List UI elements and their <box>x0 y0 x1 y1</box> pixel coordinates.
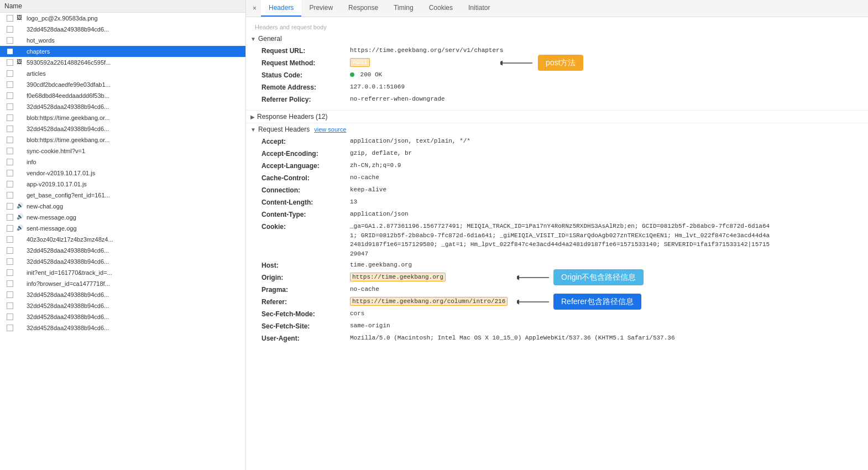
file-checkbox[interactable] <box>7 59 13 66</box>
file-item[interactable]: info?browser_id=ca1477718f... <box>0 278 245 289</box>
tab-initiator[interactable]: Initiator <box>461 0 498 17</box>
post-method-highlight: POST <box>350 58 370 67</box>
file-checkbox[interactable] <box>7 314 13 320</box>
file-checkbox[interactable] <box>7 236 13 243</box>
file-checkbox[interactable] <box>7 81 13 88</box>
request-header-key: Pragma: <box>262 285 350 295</box>
file-checkbox[interactable] <box>7 170 13 176</box>
file-checkbox[interactable] <box>7 192 13 199</box>
file-checkbox[interactable] <box>7 302 13 309</box>
file-type-icon <box>17 25 24 33</box>
file-item[interactable]: 32dd4528daa249388b94cd6... <box>0 245 245 256</box>
file-type-icon <box>17 247 24 254</box>
file-checkbox[interactable] <box>7 92 13 99</box>
tab-response[interactable]: Response <box>341 0 386 17</box>
file-item[interactable]: 32dd4528daa249388b94cd6... <box>0 311 245 322</box>
file-item[interactable]: 🔊new-message.ogg <box>0 212 245 223</box>
request-header-key: Connection: <box>262 185 350 195</box>
request-url-key: Request URL: <box>262 46 350 56</box>
file-type-icon <box>17 191 24 199</box>
tab-preview[interactable]: Preview <box>301 0 341 17</box>
file-checkbox[interactable] <box>7 137 13 143</box>
file-type-icon <box>17 269 24 276</box>
file-type-icon <box>17 92 24 100</box>
file-type-icon: 🖼 <box>17 59 24 66</box>
file-item[interactable]: f0e68dbd84eeddaaddd6f53b... <box>0 90 245 101</box>
file-item[interactable]: get_base_config?ent_id=161... <box>0 190 245 201</box>
file-item[interactable]: 32dd4528daa249388b94cd6... <box>0 24 245 35</box>
request-header-value: https://time.geekbang.org <box>350 273 446 282</box>
file-name-label: blob:https://time.geekbang.or... <box>27 137 109 143</box>
file-item[interactable]: hot_words <box>0 35 245 46</box>
file-item[interactable]: 390cdf2bdcaedfe99e03dfab1... <box>0 79 245 90</box>
file-checkbox[interactable] <box>7 26 13 33</box>
file-item[interactable]: 🔊new-chat.ogg <box>0 201 245 212</box>
file-checkbox[interactable] <box>7 70 13 77</box>
file-name-label: info <box>27 159 36 165</box>
file-checkbox[interactable] <box>7 203 13 210</box>
file-list-header: Name <box>0 0 245 13</box>
request-header-value: no-cache <box>350 173 379 182</box>
file-item[interactable]: blob:https://time.geekbang.or... <box>0 134 245 145</box>
file-item[interactable]: 🖼5930592a22614882646c595f... <box>0 57 245 68</box>
file-checkbox[interactable] <box>7 15 13 22</box>
file-checkbox[interactable] <box>7 258 13 265</box>
file-checkbox[interactable] <box>7 148 13 154</box>
file-item[interactable]: sync-cookie.html?v=1 <box>0 145 245 156</box>
file-item[interactable]: blob:https://time.geekbang.or... <box>0 112 245 123</box>
request-header-key: Content-Type: <box>262 210 350 220</box>
request-header-row: Content-Type:application/json <box>246 208 868 221</box>
file-type-icon <box>17 313 24 321</box>
file-checkbox[interactable] <box>7 48 13 55</box>
tab-cookies[interactable]: Cookies <box>421 0 461 17</box>
tab-close-button[interactable]: × <box>248 1 261 15</box>
file-item[interactable]: 🖼logo_pc@2x.90583da.png <box>0 13 245 24</box>
request-header-value: time.geekbang.org <box>350 260 412 270</box>
general-section-header[interactable]: ▼ General <box>246 33 868 45</box>
file-item[interactable]: 32dd4528daa249388b94cd6... <box>0 123 245 134</box>
file-item[interactable]: init?ent_id=161770&track_id=... <box>0 267 245 278</box>
response-headers-section[interactable]: ▶ Response Headers (12) <box>246 110 868 123</box>
request-headers-title: Request Headers <box>258 126 310 133</box>
request-headers-triangle: ▼ <box>250 127 256 133</box>
tab-timing[interactable]: Timing <box>386 0 421 17</box>
file-item[interactable]: app-v2019.10.17.01.js <box>0 179 245 190</box>
file-item[interactable]: 40z3oz40z4lz17z4bz3mz48z4... <box>0 234 245 245</box>
file-name-label: 40z3oz40z4lz17z4bz3mz48z4... <box>27 236 113 243</box>
tab-headers[interactable]: Headers <box>261 0 301 17</box>
file-item[interactable]: articles <box>0 68 245 79</box>
file-checkbox[interactable] <box>7 325 13 331</box>
file-item[interactable]: 32dd4528daa249388b94cd6... <box>0 256 245 267</box>
file-checkbox[interactable] <box>7 37 13 44</box>
file-checkbox[interactable] <box>7 181 13 187</box>
file-checkbox[interactable] <box>7 159 13 165</box>
content-area: Headers and request body ▼ General Reque… <box>246 17 868 470</box>
file-name-label: sync-cookie.html?v=1 <box>27 148 85 154</box>
file-checkbox[interactable] <box>7 225 13 232</box>
file-item[interactable]: 32dd4528daa249388b94cd6... <box>0 322 245 333</box>
file-item[interactable]: 32dd4528daa249388b94cd6... <box>0 101 245 112</box>
post-annotation-box: post方法 <box>538 55 583 71</box>
file-item[interactable]: vendor-v2019.10.17.01.js <box>0 168 245 179</box>
file-type-icon: 🖼 <box>17 14 24 22</box>
file-item[interactable]: 32dd4528daa249388b94cd6... <box>0 289 245 300</box>
file-checkbox[interactable] <box>7 291 13 298</box>
file-item[interactable]: 🔊sent-message.ogg <box>0 223 245 234</box>
file-checkbox[interactable] <box>7 214 13 221</box>
file-checkbox[interactable] <box>7 269 13 276</box>
file-item[interactable]: chapters <box>0 46 245 57</box>
file-checkbox[interactable] <box>7 280 13 287</box>
file-checkbox[interactable] <box>7 103 13 110</box>
request-header-row: Accept-Language:zh-CN,zh;q=0.9 <box>246 160 868 172</box>
file-checkbox[interactable] <box>7 247 13 254</box>
file-type-icon <box>17 291 24 299</box>
view-source-link[interactable]: view source <box>314 126 346 133</box>
request-header-row: Origin不包含路径信息 Origin:https://time.geekba… <box>246 271 868 284</box>
referrer-policy-value: no-referrer-when-downgrade <box>350 95 445 104</box>
file-item[interactable]: info <box>0 156 245 168</box>
file-item[interactable]: 32dd4528daa249388b94cd6... <box>0 300 245 311</box>
file-checkbox[interactable] <box>7 126 13 132</box>
file-type-icon <box>17 147 24 155</box>
file-checkbox[interactable] <box>7 114 13 121</box>
response-headers-title: Response Headers (12) <box>257 113 327 121</box>
